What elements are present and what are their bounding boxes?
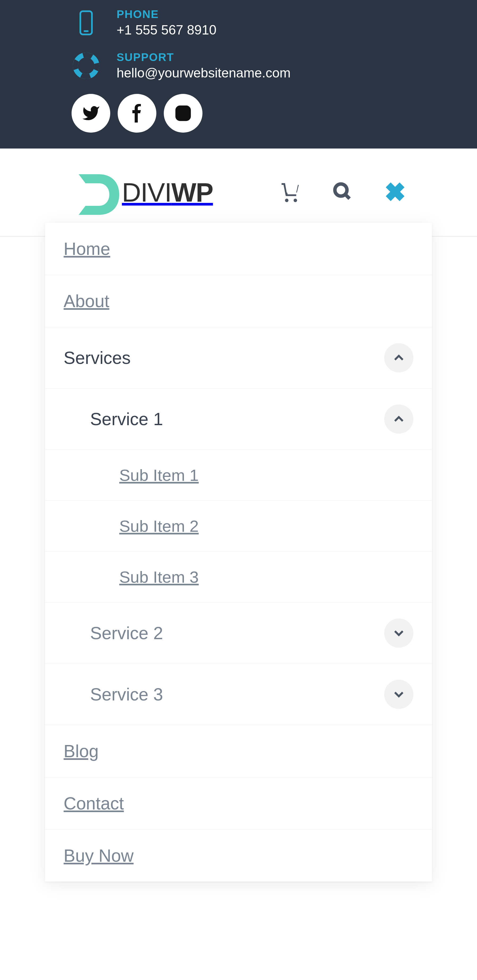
twitter-icon[interactable] xyxy=(71,94,110,133)
svg-point-5 xyxy=(180,110,186,116)
chevron-up-icon[interactable] xyxy=(384,343,414,372)
nav-about-label: About xyxy=(63,291,414,311)
nav-home[interactable]: Home xyxy=(45,223,432,275)
svg-rect-1 xyxy=(84,30,89,32)
social-icons xyxy=(71,94,406,133)
phone-text: PHONE +1 555 567 8910 xyxy=(117,8,217,38)
svg-point-7 xyxy=(335,184,347,196)
phone-row: PHONE +1 555 567 8910 xyxy=(71,8,406,38)
nav-service-3-label: Service 3 xyxy=(90,684,384,705)
nav-service-1-label: Service 1 xyxy=(90,409,384,429)
svg-line-8 xyxy=(345,194,350,199)
facebook-icon[interactable] xyxy=(118,94,156,133)
nav-contact[interactable]: Contact xyxy=(45,777,432,830)
support-value[interactable]: hello@yourwebsitename.com xyxy=(117,65,291,81)
instagram-icon[interactable] xyxy=(164,94,203,133)
nav-services-label: Services xyxy=(63,348,384,368)
nav-sub-item-3[interactable]: Sub Item 3 xyxy=(45,552,432,603)
phone-value[interactable]: +1 555 567 8910 xyxy=(117,22,217,38)
logo-mark-icon xyxy=(71,170,122,215)
support-row: SUPPORT hello@yourwebsitename.com xyxy=(71,51,406,81)
chevron-down-icon[interactable] xyxy=(384,619,414,648)
nav-about[interactable]: About xyxy=(45,275,432,327)
nav-home-label: Home xyxy=(63,239,414,259)
nav-service-2[interactable]: Service 2 xyxy=(45,603,432,664)
header-bar: DIVIWP Home About Services xyxy=(0,148,477,237)
svg-point-2 xyxy=(75,55,97,76)
phone-icon xyxy=(71,8,101,37)
support-text: SUPPORT hello@yourwebsitename.com xyxy=(117,51,291,81)
nav-blog[interactable]: Blog xyxy=(45,725,432,777)
chevron-up-icon[interactable] xyxy=(384,404,414,434)
logo-text: DIVIWP xyxy=(122,177,213,208)
close-menu-icon[interactable] xyxy=(385,181,406,203)
topbar: PHONE +1 555 567 8910 SUPPORT hello@your… xyxy=(0,0,477,148)
nav-buy-now[interactable]: Buy Now xyxy=(45,830,432,881)
nav-sub-item-1-label: Sub Item 1 xyxy=(119,466,414,485)
phone-label: PHONE xyxy=(117,8,217,21)
topbar-inner: PHONE +1 555 567 8910 SUPPORT hello@your… xyxy=(27,8,450,133)
chevron-down-icon[interactable] xyxy=(384,680,414,709)
logo[interactable]: DIVIWP xyxy=(71,170,213,215)
search-icon[interactable] xyxy=(332,181,353,203)
nav-service-2-label: Service 2 xyxy=(90,623,384,643)
nav-sub-item-2[interactable]: Sub Item 2 xyxy=(45,501,432,552)
support-icon xyxy=(71,51,101,80)
nav-services[interactable]: Services xyxy=(45,327,432,388)
svg-point-6 xyxy=(187,108,188,110)
nav-sub-item-3-label: Sub Item 3 xyxy=(119,568,414,586)
nav-buy-now-label: Buy Now xyxy=(63,846,414,866)
nav-service-3[interactable]: Service 3 xyxy=(45,664,432,725)
nav-sub-item-2-label: Sub Item 2 xyxy=(119,517,414,536)
nav-blog-label: Blog xyxy=(63,741,414,761)
nav-service-1[interactable]: Service 1 xyxy=(45,388,432,450)
mobile-menu-panel: Home About Services Service 1 Sub Item 1… xyxy=(45,223,432,881)
nav-contact-label: Contact xyxy=(63,793,414,813)
nav-sub-item-1[interactable]: Sub Item 1 xyxy=(45,450,432,501)
support-label: SUPPORT xyxy=(117,51,291,64)
cart-icon[interactable] xyxy=(280,181,301,203)
header-actions xyxy=(280,181,406,203)
